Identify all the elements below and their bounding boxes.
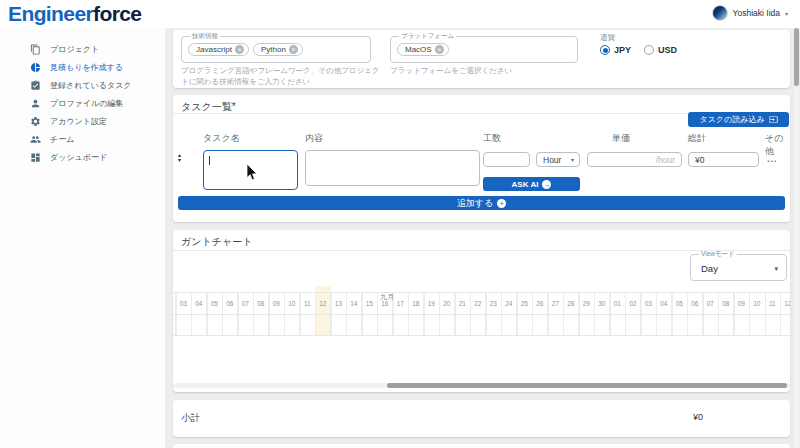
ask-ai-button[interactable]: ASK AI →: [483, 177, 580, 191]
unit-price-input[interactable]: /hour: [587, 152, 682, 167]
gantt-card: ガントチャート Viewモード Day ▾ 九月 020304050607080…: [173, 230, 790, 392]
sidebar-item-label: 登録されているタスク: [50, 80, 132, 91]
gantt-day-label: 02: [625, 298, 641, 310]
chip-label: Python: [261, 45, 286, 54]
gantt-day-label: 17: [393, 298, 409, 310]
gantt-day-label: 25: [517, 298, 533, 310]
column-header-name: タスク名: [203, 132, 240, 145]
currency-label: 通貨: [600, 33, 615, 43]
effort-unit-value: Hour: [543, 155, 561, 165]
gantt-day-label: 27: [548, 298, 564, 310]
gantt-title: ガントチャート: [181, 235, 252, 249]
gantt-day-label: 08: [253, 298, 269, 310]
gantt-chart[interactable]: 九月 0203040506070809101112131415161718192…: [173, 285, 790, 380]
sidebar-item-label: プロジェクト: [50, 44, 99, 55]
copy-icon: [30, 44, 41, 55]
sidebar-item[interactable]: プロジェクト: [0, 40, 165, 58]
platform-field[interactable]: プラットフォーム MacOS×: [390, 36, 578, 63]
sidebar-item[interactable]: プロファイルの編集: [0, 94, 165, 112]
currency-option-label: JPY: [614, 45, 631, 55]
gantt-day-label: 07: [238, 298, 254, 310]
gantt-horizontal-scrollbar[interactable]: [173, 383, 790, 388]
sidebar-item[interactable]: 見積もりを作成する: [0, 58, 165, 76]
chip-label: Javascript: [196, 45, 232, 54]
sidebar-item[interactable]: 登録されているタスク: [0, 76, 165, 94]
view-mode-value: Day: [701, 255, 718, 282]
currency-option-label: USD: [658, 45, 677, 55]
gantt-day-label: 15: [362, 298, 378, 310]
column-header-description: 内容: [305, 132, 323, 145]
subtotal-card: 小計 ¥0: [173, 400, 790, 437]
page-scrollbar[interactable]: [794, 28, 799, 448]
sidebar-item-label: チーム: [50, 134, 74, 145]
sidebar-item[interactable]: ダッシュボード: [0, 148, 165, 166]
gear-icon: [30, 116, 41, 127]
gantt-day-headers: 0203040506070809101112131415161718192021…: [173, 298, 790, 310]
row-drag-handle[interactable]: ▴ ▾: [178, 153, 181, 163]
pie-icon: [30, 62, 41, 73]
chip-label: MacOS: [405, 45, 432, 54]
user-name: Yoshiaki Iida: [733, 8, 780, 18]
subtotal-label: 小計: [181, 412, 200, 425]
radio-icon: [600, 45, 610, 55]
column-header-unit-price: 単価: [612, 132, 630, 145]
effort-input[interactable]: [483, 152, 530, 167]
gantt-day-label: 03: [641, 298, 657, 310]
gantt-gridline: [173, 314, 790, 315]
top-bar: Engineerforce Yoshiaki Iida ▾: [0, 0, 800, 28]
brand-logo[interactable]: Engineerforce: [8, 2, 141, 26]
gantt-day-label: 09: [269, 298, 285, 310]
gantt-day-label: 11: [300, 298, 316, 310]
view-mode-select[interactable]: Viewモード Day ▾: [690, 254, 787, 281]
add-task-button[interactable]: 追加する +: [178, 196, 785, 210]
logo-text-primary: Engineer: [8, 2, 93, 25]
user-menu[interactable]: Yoshiaki Iida ▾: [712, 5, 788, 21]
tasks-icon: [30, 80, 41, 91]
people-icon: [30, 134, 41, 145]
gantt-day-label: 20: [439, 298, 455, 310]
app-window: Engineerforce Yoshiaki Iida ▾ プロジェクト見積もり…: [0, 0, 800, 448]
platform-chips: MacOS×: [391, 37, 577, 62]
gantt-day-label: 28: [563, 298, 579, 310]
gantt-day-label: 05: [207, 298, 223, 310]
gantt-day-label: 01: [610, 298, 626, 310]
gantt-gridline: [173, 335, 790, 336]
gantt-day-label: 12: [780, 298, 790, 310]
gantt-day-label: 21: [455, 298, 471, 310]
sidebar-nav: プロジェクト見積もりを作成する登録されているタスクプロファイルの編集アカウント設…: [0, 28, 165, 448]
ask-ai-label: ASK AI: [512, 180, 539, 189]
total-value: ¥0: [695, 155, 704, 165]
total-input[interactable]: ¥0: [688, 152, 759, 167]
gantt-day-label: 09: [734, 298, 750, 310]
import-icon: [769, 115, 778, 124]
currency-option[interactable]: JPY: [600, 45, 631, 55]
logo-text-secondary: force: [93, 2, 141, 25]
gantt-day-label: 10: [284, 298, 300, 310]
scrollbar-thumb[interactable]: [387, 383, 787, 388]
gantt-day-label: 13: [331, 298, 347, 310]
sidebar-item-label: アカウント設定: [50, 116, 107, 127]
chip-close-icon[interactable]: ×: [235, 45, 244, 54]
divider: [173, 250, 790, 251]
radio-icon: [644, 45, 654, 55]
tech-info-field[interactable]: 技術情報 Javascript×Python×: [181, 36, 371, 63]
chip-close-icon[interactable]: ×: [289, 45, 298, 54]
add-task-label: 追加する: [457, 197, 493, 210]
next-section-card: [173, 444, 790, 448]
tag-chip: Python×: [253, 43, 303, 56]
scrollbar-thumb[interactable]: [794, 28, 799, 86]
load-tasks-button[interactable]: タスクの読み込み: [688, 112, 789, 127]
sidebar-item-label: 見積もりを作成する: [50, 62, 123, 73]
effort-unit-select[interactable]: Hour ▾: [536, 152, 580, 167]
task-description-textarea[interactable]: [305, 150, 480, 186]
mouse-cursor: [246, 163, 258, 185]
gantt-timeline: 九月 0203040506070809101112131415161718192…: [173, 285, 790, 380]
tech-helper-text: プログラミング言語やフレームワーク、その他プロジェクトに関わる技術情報をご入力く…: [181, 66, 381, 87]
sidebar-item[interactable]: アカウント設定: [0, 112, 165, 130]
gantt-day-label: 30: [594, 298, 610, 310]
sidebar-item[interactable]: チーム: [0, 130, 165, 148]
unit-price-placeholder: /hour: [656, 155, 675, 165]
chip-close-icon[interactable]: ×: [435, 45, 444, 54]
row-more-button[interactable]: ...: [767, 154, 778, 164]
currency-option[interactable]: USD: [644, 45, 677, 55]
